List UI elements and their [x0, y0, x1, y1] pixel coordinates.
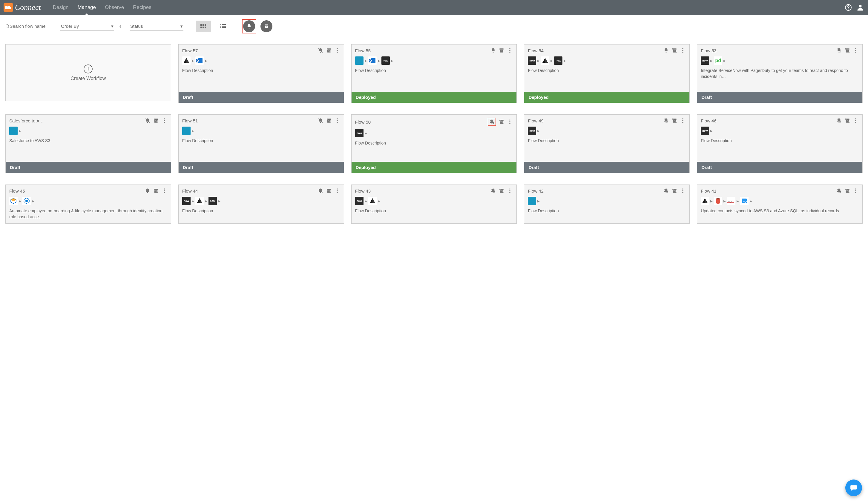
notifications-button[interactable] [243, 20, 255, 32]
more-menu-icon[interactable] [507, 188, 513, 194]
connector-servicenow-icon: now [209, 197, 217, 205]
more-menu-icon[interactable] [507, 47, 513, 53]
workflow-card[interactable]: Salesforce to AW…▶Salesforce to AWS S3Dr… [6, 114, 171, 173]
brand-text: Connect [15, 3, 41, 12]
help-icon[interactable] [844, 3, 853, 12]
nav-manage[interactable]: Manage [78, 0, 96, 15]
workflow-card[interactable]: Flow 51▶Flow DescriptionDraft [178, 114, 344, 173]
svg-point-47 [682, 50, 684, 51]
svg-rect-6 [202, 24, 204, 26]
bell-off-icon[interactable] [489, 119, 495, 125]
archive-off-icon[interactable] [671, 188, 677, 194]
svg-point-76 [337, 118, 338, 119]
archive-off-icon[interactable] [671, 47, 677, 53]
svg-point-78 [337, 122, 338, 123]
svg-text:SQL: SQL [743, 200, 747, 203]
more-menu-icon[interactable] [853, 188, 859, 194]
svg-point-58 [855, 50, 856, 51]
bell-off-icon[interactable] [145, 118, 150, 124]
bell-off-icon[interactable] [836, 188, 842, 194]
workflow-card[interactable]: Flow 41▶▶SQL▶SQL▶Updated contacts synced… [697, 184, 862, 224]
more-menu-icon[interactable] [680, 118, 686, 124]
svg-point-69 [10, 129, 17, 132]
svg-point-114 [164, 192, 165, 193]
bell-icon[interactable] [490, 47, 496, 53]
svg-rect-11 [220, 24, 221, 25]
more-menu-icon[interactable] [334, 47, 340, 53]
workflow-card[interactable]: Flow 42▶Flow Description [524, 184, 690, 224]
archive-off-icon[interactable] [326, 47, 332, 53]
bell-off-icon[interactable] [318, 47, 324, 53]
svg-point-88 [510, 123, 511, 124]
more-menu-icon[interactable] [853, 47, 859, 53]
workflow-grid: +Create WorkflowFlow 57▶▶Flow Descriptio… [0, 37, 868, 231]
workflow-card[interactable]: Flow 55▶▶now▶Flow DescriptionDeployed [351, 44, 517, 103]
bell-off-icon[interactable] [836, 47, 842, 53]
more-menu-icon[interactable] [161, 118, 167, 124]
grid-view-button[interactable] [196, 21, 211, 32]
bell-off-icon[interactable] [318, 118, 324, 124]
more-menu-icon[interactable] [853, 118, 859, 124]
archive-off-icon[interactable] [326, 188, 332, 194]
archive-off-icon[interactable] [326, 118, 332, 124]
arrow-icon: ▶ [192, 129, 194, 132]
more-menu-icon[interactable] [680, 47, 686, 53]
sort-direction-toggle[interactable]: ▲▼ [119, 24, 122, 28]
user-profile-icon[interactable] [856, 3, 865, 12]
bell-off-icon[interactable] [663, 188, 669, 194]
more-menu-icon[interactable] [334, 188, 340, 194]
connector-row: ▶ [6, 125, 171, 137]
svg-rect-13 [220, 26, 221, 26]
workflow-card[interactable]: Flow 46now▶Flow DescriptionDraft [697, 114, 862, 173]
bell-icon[interactable] [145, 188, 150, 194]
archive-off-icon[interactable] [498, 119, 505, 125]
archive-off-icon[interactable] [844, 118, 850, 124]
nav-observe[interactable]: Observe [105, 0, 124, 15]
svg-point-26 [337, 52, 338, 53]
list-view-button[interactable] [216, 21, 231, 32]
archive-off-icon[interactable] [153, 188, 159, 194]
svg-point-80 [491, 123, 493, 124]
create-workflow-card[interactable]: +Create Workflow [6, 44, 171, 101]
bell-off-icon[interactable] [836, 118, 842, 124]
archive-off-icon[interactable] [844, 188, 850, 194]
workflow-card[interactable]: Flow 50now▶Flow DescriptionDeployed [351, 114, 517, 173]
more-menu-icon[interactable] [507, 119, 513, 125]
workflow-card[interactable]: Flow 49now▶Flow DescriptionDraft [524, 114, 690, 173]
svg-rect-39 [369, 59, 372, 62]
bell-off-icon[interactable] [318, 188, 324, 194]
svg-point-149 [682, 192, 684, 193]
svg-rect-164 [727, 202, 734, 203]
archive-icon[interactable] [498, 47, 505, 53]
nav-recipes[interactable]: Recipes [133, 0, 151, 15]
arrow-icon: ▶ [537, 129, 540, 132]
archive-off-icon[interactable] [153, 118, 159, 124]
workflow-card[interactable]: Flow 57▶▶Flow DescriptionDraft [178, 44, 344, 103]
order-by-select[interactable]: Order By ▾ [60, 22, 114, 31]
more-menu-icon[interactable] [680, 188, 686, 194]
card-description: Integrate ServiceNow with PagerDuty to g… [697, 67, 862, 92]
archive-off-icon[interactable] [498, 188, 505, 194]
workflow-card[interactable]: Flow 53now▶pd▶Integrate ServiceNow with … [697, 44, 862, 103]
workflow-card[interactable]: Flow 54now▶▶now▶Flow DescriptionDeployed [524, 44, 690, 103]
archive-button[interactable] [261, 20, 272, 32]
svg-rect-9 [202, 26, 204, 28]
bell-off-icon[interactable] [490, 188, 496, 194]
search-input-wrap[interactable] [5, 22, 55, 30]
svg-point-24 [337, 48, 338, 49]
workflow-card[interactable]: Flow 44now▶▶now▶Flow Description [178, 184, 344, 224]
workflow-card[interactable]: Flow 45▶▶Automate employee on-boarding &… [6, 184, 171, 224]
more-menu-icon[interactable] [334, 118, 340, 124]
archive-off-icon[interactable] [844, 47, 850, 53]
svg-point-98 [838, 122, 839, 123]
status-select[interactable]: Status ▾ [130, 22, 183, 31]
more-menu-icon[interactable] [161, 188, 167, 194]
nav-design[interactable]: Design [53, 0, 69, 15]
search-input[interactable] [10, 24, 55, 29]
archive-off-icon[interactable] [671, 118, 677, 124]
connector-row: ▶ [524, 195, 689, 207]
bell-off-icon[interactable] [663, 118, 669, 124]
bell-icon[interactable] [663, 47, 669, 53]
workflow-card[interactable]: Flow 43now▶▶Flow Description [351, 184, 517, 224]
card-description: Flow Description [179, 67, 344, 92]
